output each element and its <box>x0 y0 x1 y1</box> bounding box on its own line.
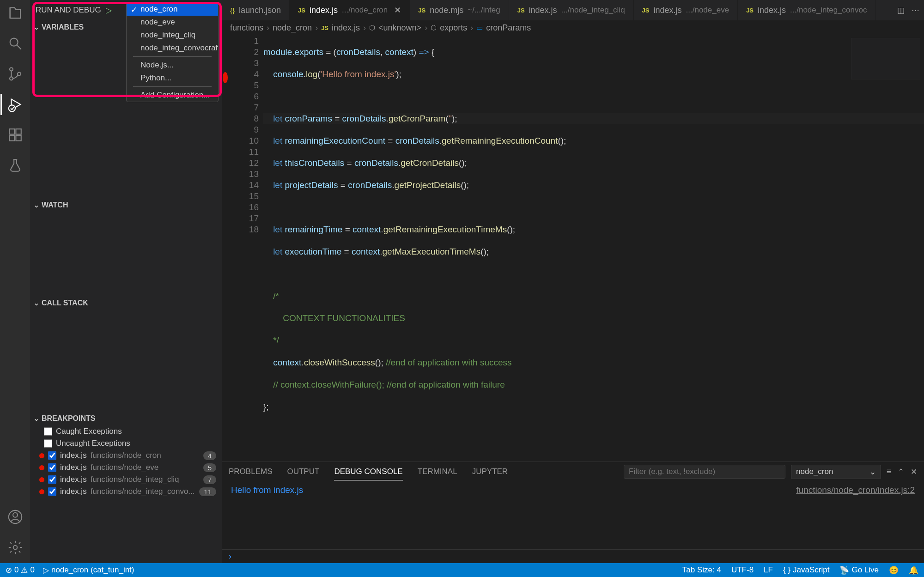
console-source-link[interactable]: functions/node_cron/index.js:2 <box>796 485 915 546</box>
breakpoint-glyph-icon[interactable] <box>223 72 228 83</box>
testing-icon[interactable] <box>7 157 24 174</box>
workbench: RUN AND DEBUG ▷ ⋯ ✓node_cron node_eve no… <box>0 0 924 563</box>
breakpoint-item[interactable]: index.jsfunctions/node_integ_cliq7 <box>30 474 222 486</box>
more-icon[interactable]: ⋯ <box>912 6 919 15</box>
status-eol[interactable]: LF <box>764 565 773 575</box>
breakpoint-item[interactable]: index.jsfunctions/node_cron4 <box>30 449 222 462</box>
status-tab-size[interactable]: Tab Size: 4 <box>682 565 721 575</box>
debug-config-option[interactable]: ✓node_cron <box>127 3 218 16</box>
status-bell-icon[interactable]: 🔔 <box>909 565 918 575</box>
svg-rect-6 <box>16 129 21 134</box>
breakpoint-dot-icon <box>39 489 44 494</box>
debug-sidebar-title: RUN AND DEBUG ▷ ⋯ ✓node_cron node_eve no… <box>30 0 222 20</box>
console-output-line: Hello from index.js <box>231 485 303 546</box>
breadcrumbs[interactable]: functions› node_cron› JSindex.js› ⬡<unkn… <box>222 20 924 35</box>
panel-tab-problems[interactable]: PROBLEMS <box>229 463 272 480</box>
checkbox[interactable] <box>48 463 56 472</box>
bottom-panel: PROBLEMS OUTPUT DEBUG CONSOLE TERMINAL J… <box>222 462 924 563</box>
debug-console-input[interactable]: › <box>222 549 924 563</box>
svg-point-11 <box>13 546 17 550</box>
status-language[interactable]: { } JavaScript <box>783 565 829 575</box>
status-errors[interactable]: ⊘ 0 ⚠ 0 <box>6 565 35 575</box>
svg-point-3 <box>17 72 20 75</box>
editor-tabs: {}launch.json JSindex.js.../node_cron✕ J… <box>222 0 924 20</box>
close-icon[interactable]: ✕ <box>394 5 401 15</box>
run-and-debug-label: RUN AND DEBUG <box>36 6 101 15</box>
close-panel-icon[interactable]: ✕ <box>911 467 917 477</box>
status-bar: ⊘ 0 ⚠ 0 ▷ node_cron (cat_tun_int) Tab Si… <box>0 563 924 577</box>
svg-point-10 <box>13 513 18 517</box>
svg-rect-8 <box>16 135 21 140</box>
editor-area: {}launch.json JSindex.js.../node_cron✕ J… <box>222 0 924 563</box>
editor-tab[interactable]: JSindex.js.../node_integ_convoc <box>738 0 875 20</box>
settings-gear-icon[interactable] <box>7 539 24 556</box>
debug-config-option[interactable]: node_eve <box>127 16 218 29</box>
minimap[interactable] <box>851 38 920 79</box>
caught-exceptions-toggle[interactable]: Caught Exceptions <box>30 425 222 437</box>
extensions-icon[interactable] <box>7 127 24 143</box>
svg-point-1 <box>9 68 12 71</box>
editor-tab[interactable]: JSindex.js.../node_integ_cliq <box>509 0 634 20</box>
debug-session-select[interactable]: node_cron⌄ <box>791 465 881 479</box>
chevron-down-icon: ⌄ <box>869 467 876 477</box>
status-feedback-icon[interactable]: 😊 <box>889 565 899 575</box>
breakpoint-dot-icon <box>39 465 44 470</box>
breakpoint-dot-icon <box>39 477 44 482</box>
uncaught-exceptions-toggle[interactable]: Uncaught Exceptions <box>30 437 222 449</box>
search-icon[interactable] <box>7 35 24 52</box>
run-debug-icon[interactable] <box>7 96 24 113</box>
source-control-icon[interactable] <box>7 66 24 82</box>
svg-point-4 <box>8 105 15 111</box>
collapse-icon[interactable]: ⌃ <box>898 467 904 477</box>
status-debug-config[interactable]: ▷ node_cron (cat_tun_int) <box>43 565 134 575</box>
split-editor-icon[interactable]: ◫ <box>897 6 905 15</box>
breakpoint-item[interactable]: index.jsfunctions/node_integ_convo...11 <box>30 486 222 498</box>
debug-env-option[interactable]: Python... <box>127 72 218 85</box>
glyph-margin[interactable] <box>222 35 231 462</box>
checkbox[interactable] <box>44 427 52 436</box>
debug-config-option[interactable]: node_integ_convocraft <box>127 42 218 55</box>
code-editor[interactable]: 123456789101112131415161718 module.expor… <box>222 35 924 462</box>
editor-tab[interactable]: JSnode.mjs~/.../integ <box>410 0 509 20</box>
explorer-icon[interactable] <box>7 5 24 21</box>
debug-config-option[interactable]: node_integ_cliq <box>127 29 218 42</box>
accounts-icon[interactable] <box>7 509 24 525</box>
debug-config-dropdown[interactable]: ✓node_cron node_eve node_integ_cliq node… <box>126 2 219 102</box>
code-content[interactable]: module.exports = (cronDetails, context) … <box>263 35 924 462</box>
editor-tab[interactable]: {}launch.json <box>222 0 290 20</box>
checkbox[interactable] <box>44 439 52 448</box>
debug-sidebar: RUN AND DEBUG ▷ ⋯ ✓node_cron node_eve no… <box>30 0 222 563</box>
breakpoint-item[interactable]: index.jsfunctions/node_eve5 <box>30 462 222 474</box>
breakpoints-section-header[interactable]: ⌄BREAKPOINTS <box>30 412 222 425</box>
checkbox[interactable] <box>48 487 56 496</box>
start-debug-button[interactable]: ▷ <box>106 6 112 15</box>
callstack-section-header[interactable]: ⌄CALL STACK <box>30 296 222 310</box>
line-numbers: 123456789101112131415161718 <box>231 35 263 462</box>
debug-console-filter-input[interactable] <box>624 465 785 479</box>
debug-env-option[interactable]: Node.js... <box>127 59 218 72</box>
panel-tab-terminal[interactable]: TERMINAL <box>418 463 457 480</box>
status-go-live[interactable]: 📡 Go Live <box>839 565 879 575</box>
svg-rect-7 <box>9 135 14 140</box>
svg-point-2 <box>9 77 12 80</box>
panel-tab-debug-console[interactable]: DEBUG CONSOLE <box>334 463 402 480</box>
watch-section-header[interactable]: ⌄WATCH <box>30 198 222 212</box>
activity-bar <box>0 0 30 563</box>
checkbox[interactable] <box>48 475 56 484</box>
panel-tab-output[interactable]: OUTPUT <box>287 463 319 480</box>
svg-point-0 <box>10 38 18 46</box>
editor-tab[interactable]: JSindex.js.../node_eve <box>634 0 738 20</box>
checkbox[interactable] <box>48 451 56 460</box>
breakpoint-dot-icon <box>39 453 44 458</box>
panel-tab-jupyter[interactable]: JUPYTER <box>472 463 508 480</box>
add-configuration-option[interactable]: Add Configuration... <box>127 89 218 102</box>
clear-console-icon[interactable]: ≡ <box>887 467 891 477</box>
svg-rect-5 <box>9 129 14 134</box>
status-encoding[interactable]: UTF-8 <box>731 565 754 575</box>
editor-tab[interactable]: JSindex.js.../node_cron✕ <box>290 0 410 20</box>
